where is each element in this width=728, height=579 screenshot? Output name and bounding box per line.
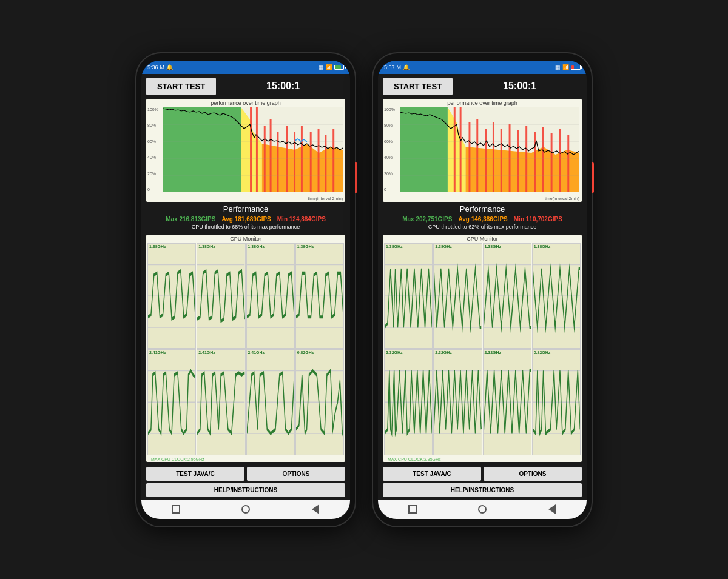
- help-button-2[interactable]: HELP/INSTRUCTIONS: [383, 483, 582, 497]
- cpu-cell-1-1: 1.38GHz: [197, 243, 245, 349]
- cpu-cell-1-2: 1.38GHz: [246, 243, 295, 349]
- graph-canvas-1: [163, 107, 343, 192]
- x-axis-label-1: time(interval 2min): [308, 196, 343, 201]
- options-button-1[interactable]: OPTIONS: [247, 467, 345, 481]
- perf-min-2: Min 110,702GIPS: [514, 216, 562, 223]
- start-test-button-1[interactable]: START TEST: [146, 78, 216, 95]
- svg-rect-9: [286, 126, 288, 192]
- svg-rect-4: [250, 107, 252, 192]
- nav-back-1[interactable]: [309, 503, 322, 515]
- time-1: 5:36: [147, 64, 158, 70]
- cpu-section-2: CPU Monitor 1.38GHz 1.: [383, 235, 582, 462]
- perf-stats-1: Max 216,813GIPS Avg 181,689GIPS Min 124,…: [141, 215, 350, 224]
- perf-avg-1: Avg 181,689GIPS: [221, 216, 271, 223]
- perf-min-1: Min 124,884GIPS: [277, 216, 326, 223]
- nav-square-1[interactable]: [170, 503, 182, 515]
- test-java-button-1[interactable]: TEST JAVA/C: [146, 467, 244, 481]
- svg-rect-58: [468, 122, 470, 192]
- nav-bar-1: [141, 500, 350, 519]
- perf-label-2: Performance: [378, 202, 587, 215]
- bottom-buttons-1: TEST JAVA/C OPTIONS: [141, 464, 350, 483]
- svg-rect-66: [534, 132, 536, 192]
- status-left-1: 5:36 M 🔔: [147, 64, 173, 70]
- signal-bars-2: 📶: [562, 64, 569, 70]
- svg-rect-13: [318, 129, 320, 192]
- graph-canvas-2: [400, 107, 579, 192]
- cpu-section-1: CPU Monitor 1.38GHz 1.: [146, 235, 345, 462]
- status-bar-2: 5:57 M 🔔 ▦ 📶: [378, 61, 587, 74]
- time-2: 5:57: [384, 64, 395, 70]
- max-cpu-label-1: MAX CPU CLOCK:2.95GHz: [146, 457, 345, 462]
- phone-1-screen: 5:36 M 🔔 ▦ 📶 START TEST 15:00:1 performa: [141, 61, 350, 519]
- nav-circle-2[interactable]: [476, 503, 488, 515]
- cpu-cell-1-3: 1.38GHz: [295, 243, 344, 349]
- notification-icon-1: 🔔: [166, 64, 173, 70]
- cpu-title-2: CPU Monitor: [383, 235, 582, 243]
- cpu-cell-1-0: 1.38GHz: [147, 243, 196, 349]
- perf-avg-2: Avg 146,386GIPS: [458, 216, 507, 223]
- nav-square-2[interactable]: [406, 503, 419, 515]
- power-button-1[interactable]: [355, 162, 357, 193]
- svg-rect-70: [567, 135, 569, 192]
- throttle-text-1: CPU throttled to 68% of its max performa…: [141, 224, 350, 232]
- cpu-title-1: CPU Monitor: [146, 235, 345, 243]
- throttle-text-2: CPU throttled to 62% of its max performa…: [378, 224, 587, 232]
- cpu-cell2-1-0: 1.38GHz: [384, 243, 433, 349]
- svg-rect-7: [270, 119, 272, 192]
- svg-rect-12: [310, 132, 312, 192]
- perf-graph-1: performance over time graph 100% 80% 60%…: [146, 99, 345, 202]
- phone-1: 5:36 M 🔔 ▦ 📶 START TEST 15:00:1 performa: [136, 53, 355, 526]
- cpu-cell-2-2: 2.41GHz: [246, 349, 295, 455]
- status-right-2: ▦ 📶: [555, 64, 581, 70]
- options-button-2[interactable]: OPTIONS: [484, 467, 582, 481]
- notification-icon-2: 🔔: [403, 64, 410, 70]
- battery-fill-1: [335, 65, 341, 69]
- svg-rect-11: [301, 126, 303, 192]
- graph-svg-2: [400, 107, 579, 192]
- svg-rect-62: [500, 129, 502, 192]
- svg-rect-64: [517, 130, 519, 192]
- svg-rect-68: [551, 133, 553, 192]
- perf-max-2: Max 202,751GIPS: [402, 216, 452, 223]
- perf-max-1: Max 216,813GIPS: [166, 216, 215, 223]
- y-axis-2: 100% 80% 60% 40% 20% 0: [384, 107, 395, 192]
- svg-rect-67: [542, 127, 544, 192]
- power-button-2[interactable]: [592, 162, 594, 193]
- cpu-cell2-1-2: 1.38GHz: [483, 243, 531, 349]
- svg-rect-59: [476, 119, 478, 192]
- svg-rect-15: [332, 129, 334, 192]
- status-left-2: 5:57 M 🔔: [384, 64, 410, 70]
- test-java-button-2[interactable]: TEST JAVA/C: [383, 467, 481, 481]
- cpu-grid-2: 1.38GHz 1.38GHz: [383, 243, 582, 457]
- svg-rect-69: [559, 129, 561, 192]
- cpu-cell2-2-3: 0.82GHz: [532, 349, 581, 455]
- perf-graph-2: performance over time graph 100% 80% 60%…: [383, 99, 582, 202]
- timer-1: 15:00:1: [221, 81, 345, 92]
- max-cpu-label-2: MAX CPU CLOCK:2.95GHz: [383, 457, 582, 462]
- perf-label-1: Performance: [141, 202, 350, 215]
- svg-rect-60: [485, 129, 487, 192]
- cpu-cell-2-3: 0.82GHz: [295, 349, 344, 455]
- signal-icon-1: M: [160, 64, 165, 70]
- status-bar-1: 5:36 M 🔔 ▦ 📶: [141, 61, 350, 74]
- start-test-button-2[interactable]: START TEST: [383, 78, 453, 95]
- timer-2: 15:00:1: [457, 81, 582, 92]
- cpu-cell2-2-2: 2.32GHz: [483, 349, 531, 455]
- app-content-2: START TEST 15:00:1 performance over time…: [378, 74, 587, 500]
- cpu-cell2-2-1: 2.32GHz: [433, 349, 482, 455]
- cpu-cell2-2-0: 2.32GHz: [384, 349, 433, 455]
- svg-rect-5: [256, 107, 258, 192]
- nav-back-2[interactable]: [546, 503, 558, 515]
- signal-icon-2: M: [397, 64, 402, 70]
- wifi-icon-2: ▦: [555, 64, 561, 70]
- nav-circle-1[interactable]: [240, 503, 252, 515]
- svg-rect-6: [264, 126, 266, 192]
- svg-marker-55: [466, 147, 579, 192]
- help-button-1[interactable]: HELP/INSTRUCTIONS: [146, 483, 345, 497]
- top-row-1: START TEST 15:00:1: [141, 74, 350, 99]
- signal-bars-1: 📶: [326, 64, 332, 70]
- perf-stats-2: Max 202,751GIPS Avg 146,386GIPS Min 110,…: [378, 215, 587, 224]
- svg-rect-56: [454, 107, 456, 192]
- bottom-buttons-2: TEST JAVA/C OPTIONS: [378, 464, 587, 483]
- battery-fill-2: [571, 65, 574, 69]
